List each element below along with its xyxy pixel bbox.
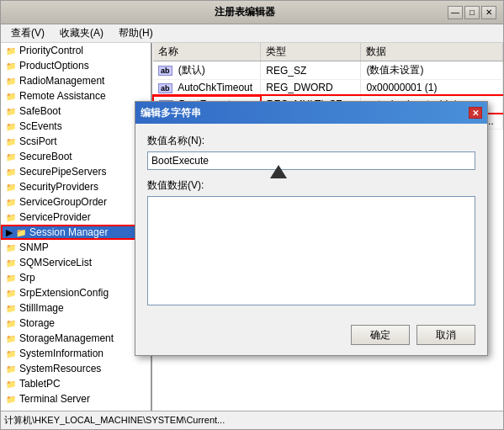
- dialog-footer: 确定 取消: [135, 318, 487, 355]
- dialog-body: 数值名称(N): 数值数据(V):: [135, 124, 487, 318]
- data-label: 数值数据(V):: [147, 178, 475, 193]
- name-input[interactable]: [147, 151, 475, 170]
- arrow-pointer-icon: [270, 165, 287, 178]
- dialog-overlay: 编辑多字符串 ✕ 数值名称(N): 数值数据(V): 确定 取消: [0, 0, 504, 430]
- ok-button[interactable]: 确定: [351, 325, 410, 345]
- data-textarea[interactable]: [147, 196, 475, 305]
- dialog-title: 编辑多字符串: [141, 106, 201, 120]
- dialog-close-button[interactable]: ✕: [469, 107, 482, 119]
- name-label: 数值名称(N):: [147, 134, 475, 148]
- dialog-title-bar: 编辑多字符串 ✕: [135, 102, 487, 124]
- edit-multistring-dialog: 编辑多字符串 ✕ 数值名称(N): 数值数据(V): 确定 取消: [135, 101, 488, 356]
- cancel-button[interactable]: 取消: [416, 325, 475, 345]
